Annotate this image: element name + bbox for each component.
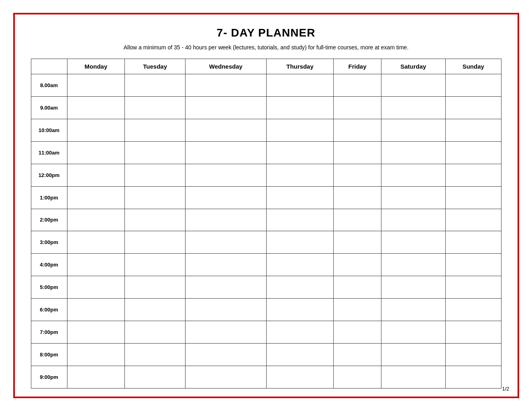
planner-cell[interactable] (67, 276, 125, 299)
planner-cell[interactable] (67, 299, 125, 321)
planner-cell[interactable] (125, 231, 185, 254)
planner-cell[interactable] (67, 344, 125, 366)
planner-cell[interactable] (185, 276, 266, 299)
planner-cell[interactable] (67, 74, 125, 97)
planner-cell[interactable] (185, 96, 266, 119)
planner-cell[interactable] (67, 209, 125, 231)
planner-cell[interactable] (446, 344, 501, 366)
planner-cell[interactable] (334, 344, 381, 366)
planner-cell[interactable] (381, 186, 445, 209)
planner-cell[interactable] (381, 276, 445, 299)
planner-cell[interactable] (67, 96, 125, 119)
planner-cell[interactable] (334, 119, 381, 141)
planner-cell[interactable] (334, 96, 381, 119)
planner-cell[interactable] (125, 366, 185, 388)
planner-cell[interactable] (185, 119, 266, 141)
planner-cell[interactable] (334, 74, 381, 97)
planner-cell[interactable] (381, 321, 445, 344)
planner-cell[interactable] (446, 231, 501, 254)
planner-cell[interactable] (381, 299, 445, 321)
planner-cell[interactable] (125, 119, 185, 141)
planner-cell[interactable] (67, 254, 125, 276)
planner-cell[interactable] (381, 119, 445, 141)
time-cell: 2:00pm (31, 209, 67, 231)
planner-cell[interactable] (125, 186, 185, 209)
planner-cell[interactable] (334, 366, 381, 388)
planner-cell[interactable] (334, 299, 381, 321)
planner-cell[interactable] (125, 344, 185, 366)
planner-cell[interactable] (381, 209, 445, 231)
planner-cell[interactable] (266, 119, 334, 141)
planner-cell[interactable] (185, 254, 266, 276)
planner-cell[interactable] (67, 164, 125, 186)
planner-cell[interactable] (334, 231, 381, 254)
planner-cell[interactable] (125, 96, 185, 119)
planner-cell[interactable] (446, 186, 501, 209)
planner-cell[interactable] (266, 254, 334, 276)
planner-cell[interactable] (334, 164, 381, 186)
planner-cell[interactable] (67, 186, 125, 209)
planner-cell[interactable] (266, 276, 334, 299)
planner-cell[interactable] (334, 141, 381, 164)
planner-cell[interactable] (446, 164, 501, 186)
planner-cell[interactable] (266, 366, 334, 388)
planner-cell[interactable] (125, 74, 185, 97)
planner-cell[interactable] (185, 186, 266, 209)
planner-cell[interactable] (381, 141, 445, 164)
planner-cell[interactable] (185, 366, 266, 388)
planner-cell[interactable] (381, 74, 445, 97)
planner-cell[interactable] (185, 299, 266, 321)
planner-cell[interactable] (185, 209, 266, 231)
planner-cell[interactable] (334, 321, 381, 344)
planner-cell[interactable] (446, 321, 501, 344)
planner-cell[interactable] (266, 299, 334, 321)
planner-cell[interactable] (125, 299, 185, 321)
planner-cell[interactable] (446, 276, 501, 299)
planner-cell[interactable] (381, 254, 445, 276)
planner-cell[interactable] (334, 254, 381, 276)
planner-cell[interactable] (67, 231, 125, 254)
planner-cell[interactable] (185, 344, 266, 366)
planner-cell[interactable] (185, 74, 266, 97)
planner-cell[interactable] (125, 141, 185, 164)
planner-cell[interactable] (446, 119, 501, 141)
planner-cell[interactable] (266, 231, 334, 254)
planner-cell[interactable] (381, 231, 445, 254)
planner-cell[interactable] (185, 321, 266, 344)
planner-cell[interactable] (185, 231, 266, 254)
planner-cell[interactable] (381, 164, 445, 186)
planner-cell[interactable] (266, 344, 334, 366)
planner-cell[interactable] (185, 164, 266, 186)
planner-cell[interactable] (125, 321, 185, 344)
planner-cell[interactable] (67, 119, 125, 141)
planner-cell[interactable] (381, 96, 445, 119)
table-row: 10:00am (31, 119, 501, 141)
planner-cell[interactable] (446, 141, 501, 164)
planner-cell[interactable] (185, 141, 266, 164)
planner-cell[interactable] (67, 366, 125, 388)
planner-cell[interactable] (446, 74, 501, 97)
planner-cell[interactable] (266, 164, 334, 186)
planner-cell[interactable] (266, 74, 334, 97)
planner-cell[interactable] (334, 276, 381, 299)
planner-cell[interactable] (446, 299, 501, 321)
planner-cell[interactable] (266, 186, 334, 209)
planner-cell[interactable] (125, 254, 185, 276)
planner-cell[interactable] (334, 209, 381, 231)
planner-cell[interactable] (67, 141, 125, 164)
planner-cell[interactable] (446, 96, 501, 119)
planner-cell[interactable] (266, 96, 334, 119)
planner-cell[interactable] (266, 141, 334, 164)
planner-cell[interactable] (446, 366, 501, 388)
planner-cell[interactable] (381, 344, 445, 366)
planner-cell[interactable] (334, 186, 381, 209)
planner-cell[interactable] (446, 254, 501, 276)
planner-cell[interactable] (266, 321, 334, 344)
planner-cell[interactable] (125, 164, 185, 186)
planner-cell[interactable] (125, 209, 185, 231)
planner-cell[interactable] (381, 366, 445, 388)
planner-cell[interactable] (125, 276, 185, 299)
planner-cell[interactable] (67, 321, 125, 344)
planner-cell[interactable] (446, 209, 501, 231)
planner-cell[interactable] (266, 209, 334, 231)
